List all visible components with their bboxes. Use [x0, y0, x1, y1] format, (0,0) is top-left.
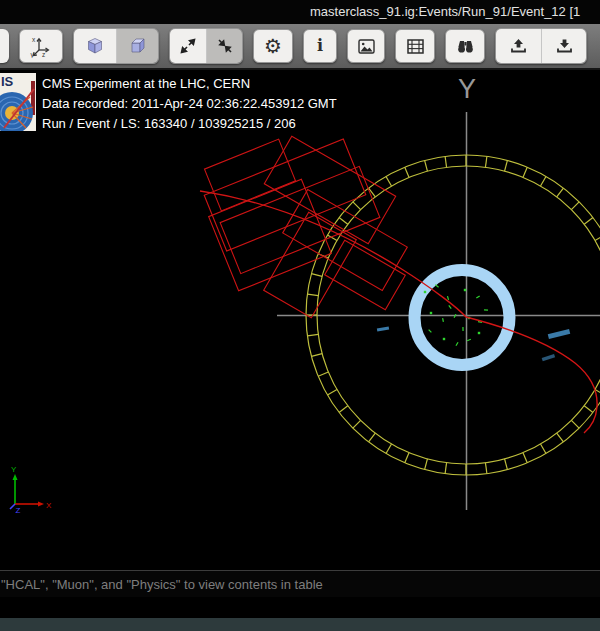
lower-gap	[0, 597, 600, 618]
film-table-icon	[405, 36, 426, 57]
data-recorded-line: Data recorded: 2011-Apr-24 02:36:22.4539…	[42, 94, 337, 114]
table-view-button[interactable]	[395, 29, 435, 63]
view-size-group	[169, 28, 243, 64]
muon-ring	[415, 270, 510, 365]
y-axis-label: Y	[458, 74, 476, 105]
download-icon	[554, 36, 575, 57]
expand-icon	[178, 36, 198, 56]
browse-events-button[interactable]	[445, 29, 485, 63]
window-title-bar: masterclass_91.ig:Events/Run_91/Event_12…	[0, 0, 600, 24]
file-transfer-group	[495, 28, 587, 64]
cube-perspective-icon	[85, 36, 105, 56]
binoculars-icon	[455, 36, 476, 57]
expand-view-button[interactable]	[170, 29, 206, 63]
info-button[interactable]: i	[303, 29, 337, 63]
download-button[interactable]	[541, 29, 586, 63]
svg-text:x: x	[32, 36, 36, 43]
export-image-button[interactable]	[347, 29, 385, 63]
svg-text:Z: Z	[16, 506, 21, 515]
settings-button[interactable]: ⚙	[253, 29, 293, 63]
upload-icon	[508, 36, 529, 57]
status-text: "HCAL", "Muon", and "Physics" to view co…	[1, 577, 323, 592]
image-icon	[356, 36, 377, 57]
event-info-overlay: CMS Experiment at the LHC, CERN Data rec…	[42, 74, 337, 134]
event-display-viewport[interactable]: YXZ	[0, 70, 600, 570]
muon-segments	[377, 326, 570, 361]
compress-icon	[215, 36, 235, 56]
svg-text:IS: IS	[1, 74, 14, 89]
projection-group	[73, 28, 159, 64]
toolbar: x y z	[0, 24, 600, 70]
svg-text:z: z	[42, 51, 45, 58]
muon-tracks	[200, 191, 597, 433]
perspective-view-button[interactable]	[74, 29, 116, 63]
cube-orthographic-icon	[128, 36, 148, 56]
run-event-ls-line: Run / Event / LS: 163340 / 103925215 / 2…	[42, 114, 337, 134]
status-bar: "HCAL", "Muon", and "Physics" to view co…	[0, 570, 600, 597]
upload-button[interactable]	[496, 29, 541, 63]
info-icon: i	[317, 38, 323, 54]
axes-toggle-button[interactable]: x y z	[19, 29, 63, 63]
svg-text:Y: Y	[11, 465, 17, 474]
svg-text:X: X	[46, 501, 52, 510]
partial-button[interactable]	[0, 29, 9, 63]
gear-icon: ⚙	[264, 36, 282, 56]
bottom-bar	[0, 618, 600, 631]
cms-logo: IS	[0, 73, 36, 135]
compress-view-button[interactable]	[206, 29, 242, 63]
axis-gizmo: YXZ	[10, 465, 52, 515]
muon-chambers	[204, 136, 407, 318]
window-title: masterclass_91.ig:Events/Run_91/Event_12…	[310, 4, 580, 19]
event-display-canvas: YXZ IS CMS Experiment at the LHC, CERN D…	[0, 70, 600, 570]
axes-icon: x y z	[29, 34, 53, 58]
orthographic-view-button[interactable]	[116, 29, 158, 63]
experiment-line: CMS Experiment at the LHC, CERN	[42, 74, 337, 94]
